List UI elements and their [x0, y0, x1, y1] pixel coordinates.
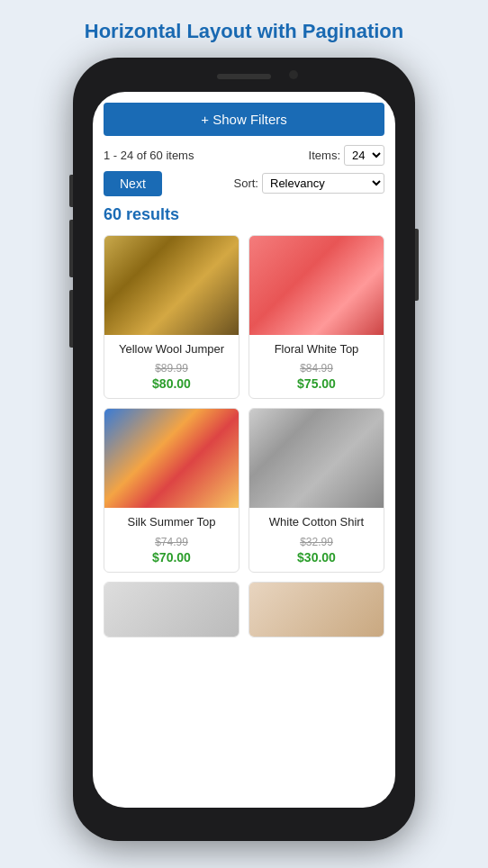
phone-screen: + Show Filters 1 - 24 of 60 items Items:…: [93, 92, 395, 808]
product-price-original: $89.99: [112, 362, 231, 375]
product-image: [104, 583, 239, 637]
product-price-sale: $30.00: [257, 550, 376, 565]
product-card[interactable]: [104, 582, 239, 637]
sort-label: Sort:: [234, 176, 258, 190]
phone-shell: + Show Filters 1 - 24 of 60 items Items:…: [73, 58, 415, 841]
sort-select[interactable]: Relevancy Price: Low to High Price: High…: [262, 173, 384, 194]
product-price-original: $32.99: [257, 536, 376, 548]
product-price-sale: $75.00: [257, 376, 376, 391]
product-image: [104, 236, 239, 335]
product-info: Yellow Wool Jumper $89.99 $80.00: [104, 335, 239, 399]
next-sort-row: Next Sort: Relevancy Price: Low to High …: [104, 171, 384, 196]
product-name: Silk Summer Top: [112, 515, 231, 530]
product-grid: Yellow Wool Jumper $89.99 $80.00 Floral …: [104, 235, 384, 638]
phone-side-btn-mute: [69, 175, 73, 207]
product-image: [104, 409, 239, 508]
product-info: Silk Summer Top $74.99 $70.00: [104, 508, 239, 572]
phone-side-btn-vol-up: [69, 220, 73, 277]
phone-camera: [289, 70, 298, 79]
page-title: Horizontal Layout with Pagination: [67, 0, 421, 58]
product-name: Floral White Top: [257, 342, 376, 357]
product-card[interactable]: Silk Summer Top $74.99 $70.00: [104, 408, 239, 573]
results-count: 60 results: [104, 205, 384, 224]
product-price-original: $74.99: [112, 536, 231, 548]
product-image: [249, 583, 384, 637]
items-label: Items:: [309, 149, 340, 162]
items-count: 1 - 24 of 60 items: [104, 149, 194, 162]
show-filters-button[interactable]: + Show Filters: [104, 103, 384, 136]
product-card[interactable]: Yellow Wool Jumper $89.99 $80.00: [104, 235, 239, 400]
product-name: Yellow Wool Jumper: [112, 342, 231, 357]
phone-side-btn-power: [415, 229, 419, 301]
screen-content: + Show Filters 1 - 24 of 60 items Items:…: [93, 92, 395, 808]
product-image: [249, 236, 384, 335]
product-image: [249, 409, 384, 508]
next-button[interactable]: Next: [104, 171, 162, 196]
product-price-original: $84.99: [257, 362, 376, 375]
product-price-sale: $80.00: [112, 376, 231, 391]
product-info: White Cotton Shirt $32.99 $30.00: [249, 508, 384, 572]
product-info: Floral White Top $84.99 $75.00: [249, 335, 384, 399]
product-name: White Cotton Shirt: [257, 515, 376, 530]
product-card[interactable]: White Cotton Shirt $32.99 $30.00: [249, 408, 384, 573]
product-price-sale: $70.00: [112, 550, 231, 565]
phone-side-btn-vol-down: [69, 290, 73, 348]
phone-speaker: [217, 74, 271, 79]
toolbar-row: 1 - 24 of 60 items Items: 24 12 48 96: [104, 145, 384, 166]
items-per-page-select[interactable]: 24 12 48 96: [344, 145, 384, 166]
items-per-page-control: Items: 24 12 48 96: [309, 145, 384, 166]
product-card[interactable]: Floral White Top $84.99 $75.00: [249, 235, 384, 400]
sort-control: Sort: Relevancy Price: Low to High Price…: [234, 173, 384, 194]
product-card[interactable]: [249, 582, 384, 637]
